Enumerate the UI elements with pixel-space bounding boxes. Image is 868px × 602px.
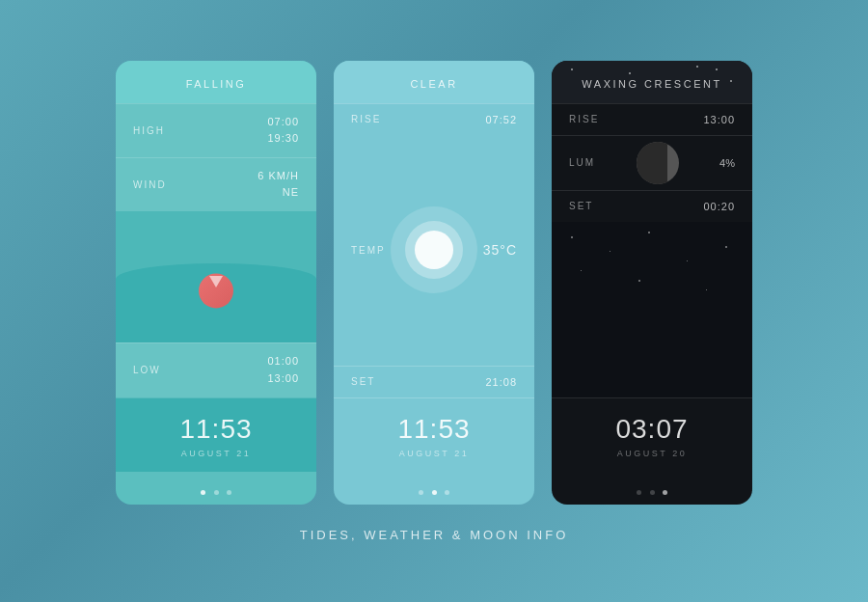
moon-lum-label: LUM	[569, 157, 595, 168]
bg-star-5	[725, 246, 727, 248]
weather-rise-label: RISE	[351, 114, 381, 124]
tides-visual	[116, 211, 316, 342]
weather-visual: 35°C TEMP	[334, 135, 534, 366]
dot-3	[445, 490, 449, 495]
tides-footer: 11:53 AUGUST 21	[116, 397, 316, 472]
tides-high-label: HIGH	[133, 125, 165, 136]
star-4	[730, 80, 732, 82]
moon-date: AUGUST 20	[552, 449, 752, 458]
moon-rise-row: RISE 13:00	[552, 103, 752, 135]
moon-set-label: SET	[569, 201, 593, 211]
moon-rise-value: 13:00	[703, 114, 735, 125]
tides-wind-values: 6 KM/H NE	[258, 168, 299, 202]
moon-icon	[637, 142, 679, 184]
weather-rise-value: 07:52	[485, 114, 517, 125]
weather-set-label: SET	[351, 376, 375, 387]
cards-container: FALLING HIGH 07:00 19:30 WIND 6 KM/H NE …	[116, 61, 752, 505]
tide-marker	[209, 276, 223, 287]
weather-header: CLEAR	[334, 61, 534, 103]
moon-card: WAXING CRESCENT RISE 13:00 LUM 4% SET 00…	[552, 61, 752, 505]
dot-1	[637, 490, 641, 495]
star-3	[696, 66, 698, 68]
star-1	[571, 68, 573, 70]
dot-2	[650, 490, 655, 495]
moon-dots	[552, 472, 752, 505]
bg-star-7	[638, 280, 640, 282]
bg-star-8	[706, 289, 707, 290]
page-title: TIDES, WEATHER & MOON INFO	[300, 528, 569, 542]
tides-low-values: 01:00 13:00	[267, 353, 299, 387]
tides-header: FALLING	[116, 61, 316, 103]
moon-set-value: 00:20	[703, 201, 735, 212]
moon-footer: 03:07 AUGUST 20	[552, 397, 752, 472]
tides-wind-label: WIND	[133, 179, 167, 190]
bg-star-2	[610, 251, 610, 252]
weather-rise-row: RISE 07:52	[334, 103, 534, 135]
sun-core	[415, 231, 453, 269]
moon-stars-area	[552, 222, 752, 397]
dot-1	[419, 490, 423, 495]
moon-shadow	[637, 142, 667, 184]
tides-high-values: 07:00 19:30	[267, 114, 299, 148]
weather-date: AUGUST 21	[334, 449, 534, 458]
bg-star-3	[648, 232, 650, 233]
dot-3	[227, 490, 231, 495]
moon-circle	[637, 142, 679, 184]
bg-star-1	[571, 236, 573, 238]
weather-card: CLEAR RISE 07:52 35°C TEMP SET 21:08 11:…	[334, 61, 534, 505]
moon-time: 03:07	[552, 414, 752, 445]
sun-glow	[391, 206, 477, 293]
tides-date: AUGUST 21	[116, 449, 316, 458]
weather-temp-display: 35°C	[483, 242, 517, 258]
dot-1	[201, 490, 205, 495]
tides-title: FALLING	[116, 78, 316, 90]
bg-star-4	[687, 260, 688, 261]
tides-high-row: HIGH 07:00 19:30	[116, 103, 316, 157]
weather-time: 11:53	[334, 414, 534, 445]
moon-rise-label: RISE	[569, 114, 599, 124]
tides-card: FALLING HIGH 07:00 19:30 WIND 6 KM/H NE …	[116, 61, 316, 505]
bg-star-6	[581, 270, 582, 271]
dot-3	[663, 490, 667, 495]
tides-low-label: LOW	[133, 365, 161, 375]
tides-dots	[116, 472, 316, 505]
tides-low-row: LOW 01:00 13:00	[116, 342, 316, 397]
weather-dots	[334, 472, 534, 505]
moon-title: WAXING CRESCENT	[552, 78, 752, 90]
weather-set-row: SET 21:08	[334, 366, 534, 397]
moon-set-row: SET 00:20	[552, 190, 752, 222]
tides-time: 11:53	[116, 414, 316, 445]
star-5	[716, 68, 718, 70]
moon-lum-value: 4%	[719, 157, 735, 169]
sun-inner	[405, 221, 463, 279]
tides-wind-row: WIND 6 KM/H NE	[116, 157, 316, 211]
moon-lum-row: LUM 4%	[552, 135, 752, 190]
star-2	[629, 72, 631, 74]
weather-set-value: 21:08	[485, 376, 517, 388]
moon-header: WAXING CRESCENT	[552, 61, 752, 103]
weather-title: CLEAR	[334, 78, 534, 90]
weather-footer: 11:53 AUGUST 21	[334, 397, 534, 472]
dot-2	[214, 490, 219, 495]
weather-temp-label: TEMP	[351, 245, 386, 256]
dot-2	[432, 490, 437, 495]
